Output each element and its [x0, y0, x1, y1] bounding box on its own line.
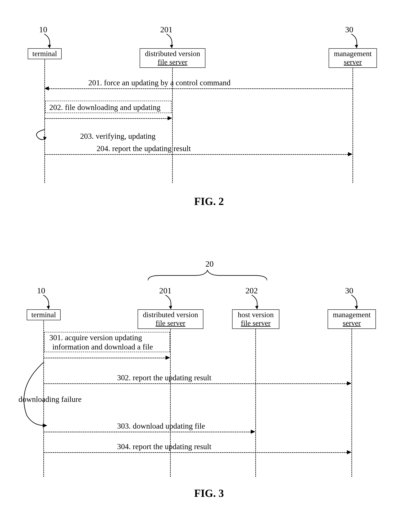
dvfs-label1: distributed version	[143, 311, 198, 319]
mgmt-lifeline	[351, 328, 352, 477]
terminal-box: terminal	[27, 309, 61, 320]
svg-marker-3	[43, 137, 47, 140]
figure-3: 20 10 201 202 30 terminal distributed ve…	[0, 251, 418, 508]
self-loop-icon	[32, 129, 79, 143]
arrow-head-icon	[165, 356, 170, 360]
msg-202-label: 202. file downloading and updating	[49, 103, 161, 112]
arrow-head-icon	[348, 152, 352, 156]
pointer-icon	[350, 295, 362, 309]
mgmt-label1: management	[333, 311, 371, 319]
terminal-num: 10	[39, 25, 47, 34]
arrow-head-icon	[251, 430, 255, 434]
hvfs-label1: host version	[238, 311, 274, 319]
pointer-icon	[42, 295, 54, 309]
dvfs-box: distributed version file server	[138, 309, 203, 329]
pointer-icon	[43, 34, 56, 48]
mgmt-lifeline	[352, 67, 353, 183]
brace-num: 20	[205, 259, 214, 269]
msg-202-arrow	[45, 118, 168, 119]
dvfs-num: 201	[160, 25, 173, 34]
hvfs-num: 202	[245, 286, 258, 295]
svg-marker-1	[170, 45, 173, 48]
dvfs-label1: distributed version	[145, 49, 200, 58]
terminal-box: terminal	[28, 48, 62, 59]
msg-301-arrow	[44, 358, 165, 358]
pointer-icon	[164, 295, 177, 309]
failure-label: downloading failure	[19, 395, 81, 404]
svg-marker-4	[47, 306, 50, 309]
pointer-icon	[251, 295, 263, 309]
dvfs-box: distributed version file server	[140, 48, 205, 68]
pointer-icon	[165, 34, 178, 48]
arrow-head-icon	[347, 450, 351, 454]
svg-marker-5	[169, 306, 172, 309]
msg-302-arrow	[44, 383, 347, 384]
mgmt-box: management server	[328, 309, 376, 329]
svg-marker-6	[255, 306, 258, 309]
dvfs-num: 201	[159, 286, 172, 295]
pointer-icon	[350, 34, 362, 48]
arrow-head-icon	[44, 86, 49, 90]
brace-icon	[148, 269, 267, 282]
fig2-caption: FIG. 2	[0, 195, 418, 207]
mgmt-num: 30	[345, 286, 353, 295]
mgmt-label2: server	[343, 319, 361, 327]
dvfs-label2: file server	[158, 58, 187, 66]
svg-marker-7	[355, 306, 358, 309]
figure-2: 10 201 30 terminal distributed version f…	[0, 12, 418, 222]
terminal-label: terminal	[31, 311, 56, 319]
msg-304-label: 304. report the updating result	[117, 442, 211, 451]
hvfs-box: host version file server	[232, 309, 279, 329]
dvfs-label2: file server	[156, 319, 186, 327]
mgmt-label2: server	[344, 58, 362, 66]
msg-201-arrow	[49, 88, 352, 89]
msg-303-label: 303. download updating file	[117, 421, 205, 430]
svg-marker-2	[355, 45, 358, 48]
fig3-caption: FIG. 3	[0, 487, 418, 499]
mgmt-label1: management	[334, 49, 372, 58]
msg-303-arrow	[44, 432, 251, 432]
msg-203-label: 203. verifying, updating	[80, 132, 155, 141]
svg-marker-8	[43, 423, 47, 428]
hvfs-lifeline	[255, 328, 256, 477]
msg-302-label: 302. report the updating result	[117, 373, 211, 382]
msg-204-arrow	[45, 154, 348, 155]
terminal-num: 10	[37, 286, 45, 295]
msg-204-label: 204. report the updating result	[96, 144, 191, 153]
mgmt-num: 30	[345, 25, 353, 34]
hvfs-label2: file server	[241, 319, 271, 327]
svg-marker-0	[48, 45, 51, 48]
terminal-lifeline	[44, 60, 45, 183]
dvfs-lifeline	[170, 328, 171, 477]
mgmt-box: management server	[329, 48, 377, 68]
msg-201-label: 201. force an updating by a control comm…	[88, 78, 231, 87]
msg-304-arrow	[44, 452, 347, 453]
msg-301b-label: information and download a file	[52, 342, 153, 351]
msg-301a-label: 301. acquire version updating	[49, 333, 142, 342]
arrow-head-icon	[168, 116, 172, 120]
arrow-head-icon	[347, 381, 351, 386]
terminal-label: terminal	[33, 49, 57, 58]
